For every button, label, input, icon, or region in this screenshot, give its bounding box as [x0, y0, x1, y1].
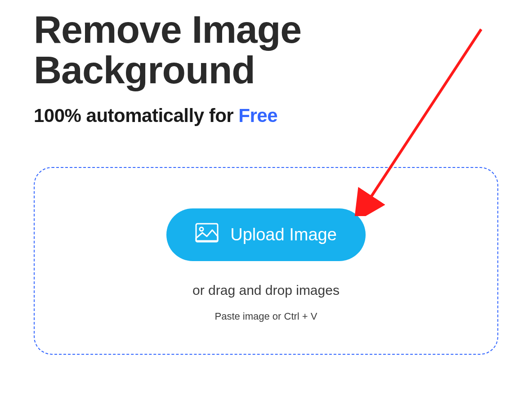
paste-instruction-text: Paste image or Ctrl + V — [215, 311, 317, 322]
image-icon — [195, 223, 219, 247]
subtitle-prefix: 100% automatically for — [34, 105, 238, 126]
page-subtitle: 100% automatically for Free — [34, 105, 498, 126]
subtitle-highlight: Free — [238, 105, 277, 126]
page-title: Remove Image Background — [34, 9, 498, 90]
upload-dropzone[interactable]: Upload Image or drag and drop images Pas… — [34, 167, 498, 355]
upload-button-label: Upload Image — [230, 225, 337, 244]
upload-image-button[interactable]: Upload Image — [166, 208, 366, 261]
drag-drop-text: or drag and drop images — [192, 283, 340, 298]
svg-point-1 — [200, 227, 203, 231]
